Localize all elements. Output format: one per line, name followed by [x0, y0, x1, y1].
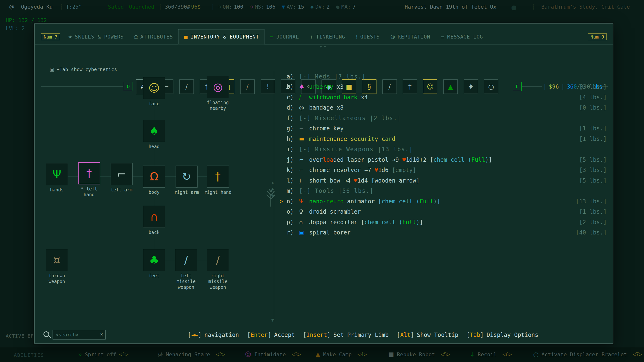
equipment-item-icon: † [86, 168, 92, 179]
inventory-row[interactable]: o) ♀ droid scrambler [1 lbs.] [287, 207, 607, 217]
equipment-slot[interactable]: ♠ head [137, 120, 171, 149]
equipment-slot[interactable]: Ω body [137, 165, 171, 195]
tab-icon: + [310, 34, 314, 40]
tab[interactable]: + TINKERING [304, 29, 351, 44]
tab-icon: Ω [134, 34, 138, 40]
inventory-row[interactable]: d) ◎ bandage x8 [0 lbs.] [287, 103, 607, 113]
item-hotkey-letter: k) [287, 167, 299, 173]
item-hotkey-letter: p) [287, 219, 299, 226]
tab-icon: ★ [68, 34, 72, 40]
tab[interactable]: Ω ATTRIBUTES [129, 29, 178, 44]
hotkey-hint: [Enter] Accept [247, 332, 295, 338]
equipment-slot[interactable]: ☺ face [137, 77, 171, 107]
equipment-item-icon: ¤ [53, 255, 60, 266]
bracket: [ [397, 332, 400, 338]
item-weight: [40 lbs.] [576, 229, 607, 236]
tab[interactable]: ■ INVENTORY & EQUIPMENT [178, 29, 264, 44]
inventory-row[interactable]: m) [-] Tools |56 lbs.| [287, 186, 607, 197]
equipment-slot-box[interactable]: † [78, 162, 100, 184]
equipment-slot[interactable]: / left missile weapon [169, 249, 203, 290]
equipment-slot[interactable]: ◎ floating nearby [201, 76, 234, 111]
inventory-window: Num 7 ★ SKILLS & POWERS Ω ATTRIBUTES ■ I… [34, 24, 614, 343]
game-screen: @ Ogeyeda Ku ┆ T:25° Sated Quenched ┆ 36… [0, 0, 644, 362]
equipment-slot-box[interactable]: ◎ [207, 76, 229, 98]
filter-category-button[interactable]: / [180, 79, 194, 94]
inventory-row[interactable]: a) [-] Meds |7 lbs.| [287, 71, 607, 82]
bracket: ] [198, 332, 201, 338]
inventory-row[interactable]: r) ▣ spiral borer [40 lbs.] [287, 228, 607, 238]
equipment-slot-box[interactable]: ☺ [143, 77, 165, 99]
inventory-row[interactable]: j) ⌐ overloaded laser pistol →9 ♥1d10+2 … [287, 154, 607, 165]
equipment-slot[interactable]: ↻ right arm [170, 165, 203, 195]
equipment-slot-label: feet [148, 273, 160, 279]
equipment-slot[interactable]: ♣ feet [137, 249, 171, 279]
equipment-slot[interactable]: † right hand [201, 165, 234, 195]
hotkey-name: Tab [470, 332, 480, 338]
bracket: ] [410, 332, 414, 338]
equipment-slot-box[interactable]: ¤ [46, 249, 68, 271]
equipment-slot-box[interactable]: ↻ [176, 165, 198, 188]
tab-label: TINKERING [316, 34, 346, 40]
inventory-row[interactable]: g) ¬ chrome key [1 lbs.] [287, 123, 607, 134]
branch-ornament-icon [262, 188, 280, 207]
equipment-slot-box[interactable]: / [207, 249, 229, 271]
inventory-row[interactable]: p) ⌂ Joppa recoiler [chem cell (Full)] [… [287, 217, 607, 228]
equipment-slot-label: floating nearby [204, 100, 232, 111]
search-input[interactable] [55, 332, 98, 338]
tab[interactable]: ! QUESTS [351, 29, 385, 44]
equipment-slot-box[interactable]: ♣ [143, 249, 165, 271]
q-hotkey-badge[interactable]: Q [124, 82, 133, 91]
item-name: [-] Miscellaneous |2 lbs.| [299, 115, 401, 122]
divider-arrow-icon: ▼ [271, 318, 274, 322]
tab[interactable]: ≡ JOURNAL [264, 29, 304, 44]
equipment-slot-label: thrown weapon [43, 273, 71, 284]
tab[interactable]: ≡ MESSAGE LOG [436, 29, 488, 44]
item-hotkey-letter: j) [287, 156, 299, 163]
bracket: ] [327, 332, 330, 338]
item-name: bandage x8 [309, 104, 344, 111]
inventory-row[interactable]: h) ▬ maintenance security card [1 lbs.] [287, 134, 607, 144]
hotkey-action-label: Accept [274, 332, 295, 338]
keyboard-icon: ▣ [50, 67, 54, 72]
hotkey-hint: [Alt] Show Tooltip [397, 332, 458, 338]
equipment-slot-box[interactable]: Ψ [46, 163, 68, 185]
item-name: short bow →4 ♥1d4 [wooden arrow] [309, 177, 420, 184]
equipment-slot[interactable]: ¤ thrown weapon [40, 249, 74, 284]
equipment-slot-box[interactable]: ♠ [143, 120, 165, 142]
equipment-slot-box[interactable]: † [207, 165, 229, 188]
filter-category-button[interactable]: / [240, 79, 255, 94]
equipment-slot-box[interactable]: ∩ [143, 206, 165, 228]
equipment-slot[interactable]: / right missile weapon [201, 249, 234, 290]
tab[interactable]: ☺ REPUTATION [385, 29, 436, 44]
equipment-slot-box[interactable]: / [175, 249, 197, 271]
equipment-slot[interactable]: ∩ back [137, 206, 171, 235]
inventory-row[interactable]: c) / witchwood bark x4 [4 lbs.] [287, 92, 607, 103]
num7-hotkey-badge[interactable]: Num 7 [41, 34, 60, 40]
inventory-row[interactable]: b) ♣ urberry x3 [3 lbs.] [287, 82, 607, 92]
filter-category-button[interactable]: ! [260, 79, 275, 94]
inventory-row[interactable]: k) ⌐ chrome revolver →7 ♥1d6 [empty] [3 … [287, 165, 607, 175]
tab-icon: ≡ [441, 34, 445, 40]
search-clear-button[interactable]: X [100, 332, 103, 338]
hotkey-action-label: Set Primary Limb [334, 332, 389, 338]
hotkey-hint: [◄►] navigation [188, 332, 239, 338]
item-hotkey-letter: i) [287, 146, 299, 153]
tab-label: QUESTS [360, 34, 380, 40]
equipment-slot[interactable]: ⌐ left arm [105, 163, 138, 193]
item-icon: ⌐ [299, 156, 309, 163]
inventory-row[interactable]: > n) Ψ nano-neuro animator [chem cell (F… [287, 196, 607, 207]
equipment-slot[interactable]: † * left hand [72, 162, 106, 198]
tab-label: REPUTATION [398, 34, 430, 40]
inventory-row[interactable]: i) [-] Missile Weapons |13 lbs.| [287, 144, 607, 155]
tab[interactable]: ★ SKILLS & POWERS [63, 29, 129, 44]
equipment-slot-box[interactable]: Ω [143, 165, 165, 188]
equipment-slot[interactable]: Ψ hands [40, 163, 74, 193]
search-box[interactable]: X [52, 330, 106, 339]
equipment-slot-box[interactable]: ⌐ [110, 163, 132, 185]
inventory-row[interactable]: l) ) short bow →4 ♥1d4 [wooden arrow] [5… [287, 175, 607, 186]
inventory-row[interactable]: f) [-] Miscellaneous |2 lbs.| [287, 113, 607, 123]
num9-hotkey-badge[interactable]: Num 9 [588, 34, 607, 40]
equipment-item-icon: ∩ [150, 211, 158, 222]
item-hotkey-letter: h) [287, 136, 299, 142]
item-icon: ⌐ [299, 167, 309, 173]
